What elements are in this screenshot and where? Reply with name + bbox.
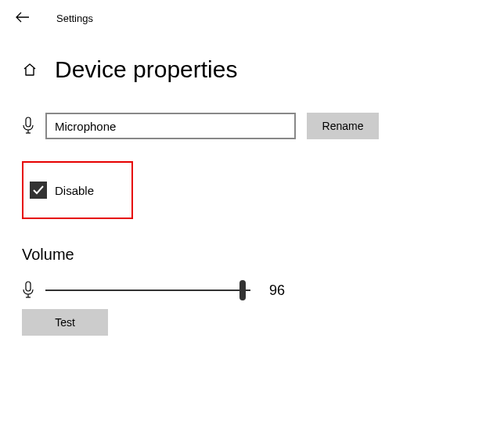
test-button[interactable]: Test	[22, 309, 108, 336]
back-arrow-icon[interactable]	[16, 11, 30, 25]
volume-slider[interactable]	[45, 281, 250, 300]
home-icon[interactable]	[22, 62, 38, 77]
disable-highlight-box: Disable	[22, 161, 133, 219]
volume-value: 96	[269, 282, 285, 299]
svg-rect-0	[26, 117, 31, 127]
page-title: Device properties	[55, 56, 237, 83]
rename-button[interactable]: Rename	[307, 113, 379, 139]
disable-label: Disable	[55, 184, 94, 197]
header-title: Settings	[56, 13, 93, 24]
disable-checkbox[interactable]	[30, 182, 47, 199]
device-name-input[interactable]	[45, 113, 296, 139]
svg-rect-3	[26, 282, 31, 291]
microphone-icon	[22, 117, 34, 135]
volume-label: Volume	[22, 246, 482, 264]
volume-microphone-icon	[22, 281, 34, 300]
